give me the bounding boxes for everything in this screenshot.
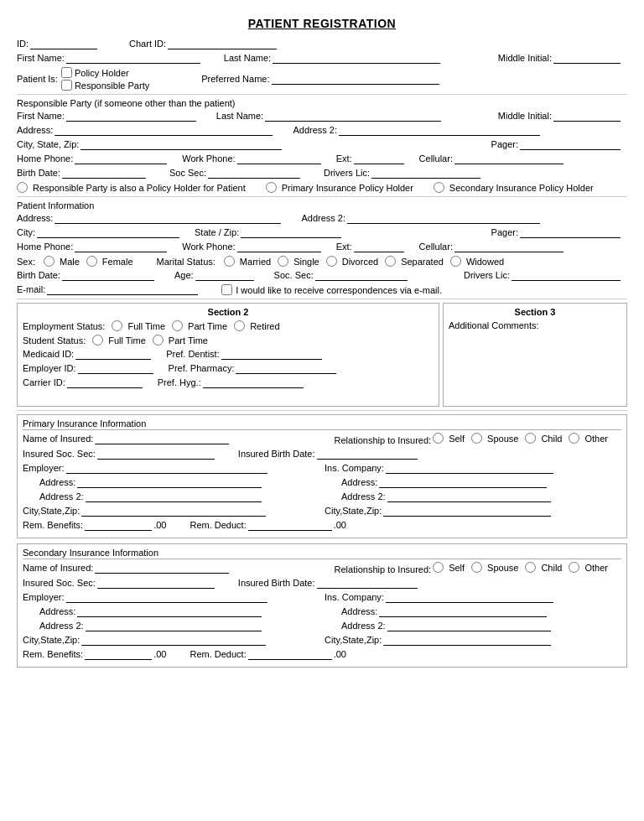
si-spouse-radio[interactable]: [471, 562, 482, 573]
rp-city-label: City, State, Zip:: [17, 139, 79, 149]
rp-first-name-input[interactable]: [66, 111, 196, 122]
rp-address-input[interactable]: [55, 125, 273, 136]
emp-part-time-radio[interactable]: [172, 320, 183, 331]
pi-married-radio[interactable]: [224, 256, 235, 267]
si-other-radio[interactable]: [569, 562, 579, 573]
pi-ins-address2-input[interactable]: [387, 491, 551, 502]
rp-last-name-input[interactable]: [265, 111, 441, 122]
pi-single-radio[interactable]: [278, 256, 288, 267]
pi-city-state-zip-input[interactable]: [81, 506, 266, 517]
rp-city-input[interactable]: [80, 139, 282, 150]
pref-dentist-input[interactable]: [221, 349, 322, 360]
additional-comments-input[interactable]: [449, 334, 621, 401]
rp-work-phone-input[interactable]: [237, 153, 321, 164]
emp-full-time-radio[interactable]: [112, 320, 122, 331]
rp-cellular-input[interactable]: [454, 153, 564, 164]
rp-pager-input[interactable]: [520, 139, 621, 150]
policy-holder-checkbox[interactable]: [61, 67, 72, 78]
rp-radio3[interactable]: [434, 182, 444, 193]
pi-work-phone-input[interactable]: [237, 242, 321, 252]
pi-insured-birth-date-input[interactable]: [317, 449, 418, 460]
rp-radio1[interactable]: [17, 182, 28, 193]
student-full-time-radio[interactable]: [92, 335, 103, 346]
pi-widowed-radio[interactable]: [450, 256, 461, 267]
rp-address2-input[interactable]: [339, 125, 540, 136]
rp-ext-input[interactable]: [354, 153, 404, 164]
si-address2-input[interactable]: [86, 621, 262, 631]
pi-cellular-input[interactable]: [454, 242, 564, 252]
si-child-radio[interactable]: [525, 562, 536, 573]
carrier-id-input[interactable]: [67, 377, 143, 388]
rp-middle-initial-input[interactable]: [553, 111, 621, 122]
rp-home-phone-input[interactable]: [75, 153, 167, 164]
si-ins-address2-input[interactable]: [387, 621, 551, 631]
si-employer-input[interactable]: [66, 592, 267, 603]
pi-ins-city-state-zip-input[interactable]: [383, 506, 551, 517]
pi-email-input[interactable]: [47, 284, 198, 295]
rp-soc-sec-input[interactable]: [208, 168, 300, 179]
pi-address-input[interactable]: [55, 213, 281, 224]
rp-middle-initial-label: Middle Initial:: [498, 111, 552, 121]
pi-other-radio[interactable]: [569, 433, 579, 444]
chart-id-input[interactable]: [168, 39, 277, 49]
rp-birth-date-input[interactable]: [62, 168, 146, 179]
pi-address-input[interactable]: [77, 477, 262, 488]
pi-pager-input[interactable]: [520, 227, 621, 238]
rp-drivers-lic-input[interactable]: [371, 168, 480, 179]
pi-spouse-radio[interactable]: [471, 433, 482, 444]
responsible-party-checkbox[interactable]: [61, 80, 72, 91]
middle-initial-input[interactable]: [553, 53, 621, 64]
pi-ext-input[interactable]: [354, 242, 404, 252]
pi-other-label: Other: [584, 434, 608, 444]
si-self-radio[interactable]: [433, 562, 444, 573]
si-rem-benefits-input[interactable]: [85, 649, 152, 660]
pi-birth-date-input[interactable]: [62, 270, 154, 281]
si-ins-address-input[interactable]: [379, 606, 547, 617]
email-correspondence-checkbox[interactable]: [221, 284, 232, 295]
preferred-name-input[interactable]: [272, 74, 439, 85]
si-name-insured-input[interactable]: [95, 563, 229, 574]
pi-home-phone-input[interactable]: [75, 242, 167, 252]
si-ins-city-state-zip-input[interactable]: [383, 635, 551, 646]
pi-divorced-radio[interactable]: [326, 256, 337, 267]
pi-female-radio[interactable]: [86, 256, 97, 267]
pi-age-input[interactable]: [195, 270, 254, 281]
si-insured-soc-sec-input[interactable]: [97, 578, 215, 589]
si-city-state-zip-input[interactable]: [81, 635, 266, 646]
pi-employer-input[interactable]: [66, 463, 267, 474]
pi-widowed-label: Widowed: [466, 257, 504, 267]
si-insured-birth-date-input[interactable]: [317, 578, 418, 589]
pi-address2-input[interactable]: [86, 491, 262, 502]
medicaid-id-input[interactable]: [75, 349, 151, 360]
pref-hyg-input[interactable]: [203, 377, 304, 388]
pi-ins-address-input[interactable]: [379, 477, 547, 488]
si-rem-deduct-input[interactable]: [248, 649, 332, 660]
pi-rem-deduct-input[interactable]: [248, 520, 332, 531]
employer-id-input[interactable]: [78, 363, 153, 374]
pi-drivers-lic-input[interactable]: [512, 270, 621, 281]
si-ins-company-input[interactable]: [386, 592, 553, 603]
first-name-input[interactable]: [66, 53, 200, 64]
pref-pharmacy-input[interactable]: [236, 363, 336, 374]
pi-city-input[interactable]: [37, 227, 179, 238]
pi-address2-input[interactable]: [347, 213, 540, 224]
pi-rem-benefits-input[interactable]: [85, 520, 152, 531]
pi-ins-company-input[interactable]: [386, 463, 553, 474]
patient-is-label: Patient Is:: [17, 74, 58, 84]
pi-name-insured-input[interactable]: [95, 434, 229, 444]
rp-radio2[interactable]: [266, 182, 277, 193]
rp-last-name-label: Last Name:: [216, 111, 263, 121]
pi-self-radio[interactable]: [433, 433, 444, 444]
emp-retired-radio[interactable]: [234, 320, 245, 331]
last-name-input[interactable]: [273, 53, 440, 64]
pi-soc-sec-input[interactable]: [315, 270, 408, 281]
student-part-time-radio[interactable]: [153, 335, 164, 346]
pi-insured-soc-sec-input[interactable]: [97, 449, 215, 460]
pi-male-radio[interactable]: [44, 256, 55, 267]
pi-child-radio[interactable]: [525, 433, 536, 444]
si-address-input[interactable]: [77, 606, 262, 617]
pi-separated-radio[interactable]: [385, 256, 396, 267]
student-part-time-label: Part Time: [169, 335, 208, 346]
pi-state-zip-input[interactable]: [241, 227, 341, 238]
id-input[interactable]: [30, 39, 97, 49]
